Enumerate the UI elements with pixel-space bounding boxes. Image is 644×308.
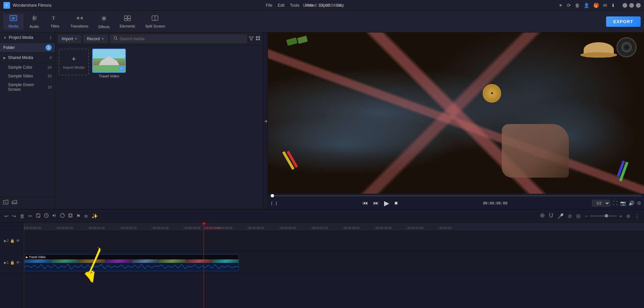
snapshot-icon[interactable]: 📷	[620, 200, 626, 206]
mic-button[interactable]: 🎤	[556, 212, 565, 220]
shared-media-label: Shared Media	[8, 55, 33, 60]
sample-video-item[interactable]: Sample Video 20	[0, 72, 55, 80]
time-display: 00:00:00:00	[483, 201, 507, 205]
minimize-button[interactable]	[623, 3, 627, 8]
redo-button[interactable]: ↪	[11, 212, 17, 220]
timeline-right-tools: 🎤 ⊘ ⊟ − + ⊜ ⋮	[539, 212, 641, 220]
rewind-button[interactable]: ⏮	[362, 199, 369, 207]
sample-green-screen-item[interactable]: Sample Green Screen 10	[0, 80, 55, 94]
menu-edit[interactable]: Edit	[278, 3, 285, 8]
settings-icon[interactable]: ⚙	[637, 200, 641, 206]
toolbar-transitions[interactable]: Transitions	[66, 14, 93, 29]
trash-icon[interactable]: 🗑	[575, 3, 580, 8]
grid-view-icon[interactable]	[256, 36, 260, 42]
track-1-eye-icon[interactable]: 👁	[16, 260, 20, 264]
record-dropdown[interactable]: Record ▼	[83, 35, 108, 43]
shared-media-header[interactable]: ▶ Shared Media 0	[0, 53, 55, 63]
track-2-area[interactable]	[24, 230, 644, 252]
fullscreen-icon[interactable]: ⛶	[613, 200, 618, 206]
media-thumbnail[interactable]: ⊡ ✓	[92, 49, 126, 73]
split-audio-button[interactable]: ≋	[83, 212, 89, 220]
gift-icon[interactable]: 🎁	[593, 3, 599, 8]
export-button[interactable]: EXPORT	[606, 16, 641, 27]
svg-text:F: F	[6, 4, 8, 7]
timeline-toolbar: ↩ ↪ 🗑 ✂ ⚑ ≋ ✨	[0, 210, 644, 223]
folder-item[interactable]: Folder 1	[0, 43, 55, 53]
cut-button[interactable]: ✂	[27, 212, 34, 220]
transitions-toolbar-icon	[76, 15, 83, 23]
crop-button[interactable]	[35, 212, 42, 220]
track-2-label: ▶2	[4, 239, 9, 243]
panel-collapse-button[interactable]: ◀	[263, 33, 268, 209]
toolbar-elements[interactable]: Elements	[115, 14, 140, 29]
frame-4	[105, 259, 132, 263]
sample-color-item[interactable]: Sample Color 24	[0, 63, 55, 72]
app-title: Wondershare Filmora	[13, 3, 51, 8]
toolbar-audio[interactable]: Audio	[24, 13, 44, 30]
media-toolbar-icon	[10, 15, 17, 23]
more-options-button[interactable]: ⋮	[634, 212, 641, 220]
zoom-slider-thumb[interactable]	[605, 214, 608, 218]
import-media-button[interactable]: + Import Media	[59, 49, 89, 75]
project-media-header[interactable]: ▼ Project Media 1	[0, 33, 55, 43]
maximize-button[interactable]	[629, 3, 634, 8]
wifi-icon[interactable]: ⟳	[567, 3, 571, 8]
magnet-button[interactable]	[548, 212, 554, 220]
zoom-slider-track[interactable]	[590, 215, 617, 217]
filter-icon[interactable]	[249, 36, 254, 42]
ai-button[interactable]: ✨	[91, 212, 99, 220]
search-bar[interactable]	[110, 35, 247, 43]
menu-tools[interactable]: Tools	[290, 3, 300, 8]
sun-icon[interactable]: ☀	[558, 3, 563, 8]
mail-icon[interactable]: ✉	[603, 3, 607, 8]
transform-button[interactable]	[67, 212, 74, 220]
play-button[interactable]: ▶	[383, 198, 390, 208]
close-button[interactable]	[636, 3, 641, 8]
undo-button[interactable]: ↩	[3, 212, 10, 220]
delete-button[interactable]: 🗑	[19, 212, 26, 220]
playhead[interactable]	[204, 223, 204, 308]
color-grading-button[interactable]	[59, 212, 66, 220]
open-folder-icon[interactable]	[11, 199, 17, 206]
clip-frames	[24, 259, 238, 263]
menu-file[interactable]: File	[266, 3, 272, 8]
toolbar-audio-label: Audio	[30, 24, 39, 28]
menu-corner-icon[interactable]: ⊡	[121, 50, 124, 55]
toolbar-media[interactable]: Media	[3, 14, 23, 29]
track-1-area[interactable]: ▶ Travel Video	[24, 252, 644, 273]
toolbar-effects[interactable]: Effects	[94, 13, 114, 30]
track-2-lock-icon[interactable]: 🔒	[10, 239, 15, 243]
fit-to-window-button[interactable]: ⊜	[625, 212, 632, 220]
frame-2	[51, 259, 78, 263]
volume-icon[interactable]: 🔊	[629, 200, 634, 206]
track-1-lock-icon[interactable]: 🔒	[10, 260, 15, 265]
sample-video-label: Sample Video	[8, 74, 33, 78]
video-clip[interactable]: ▶ Travel Video	[24, 254, 239, 271]
preview-progress-bar[interactable]	[271, 195, 641, 196]
render-button[interactable]	[539, 212, 546, 220]
project-media-count: 1	[50, 36, 52, 40]
marker-button[interactable]: ⚑	[75, 212, 82, 220]
step-back-button[interactable]: ⏭	[373, 199, 379, 207]
add-folder-icon[interactable]	[3, 199, 9, 206]
timeline-ruler: 00:00:00:00 00:00:00:25 00:00:01:20 00:0…	[24, 223, 644, 230]
audio-button[interactable]	[51, 212, 58, 220]
timeline-tracks[interactable]: 00:00:00:00 00:00:00:25 00:00:01:20 00:0…	[24, 223, 644, 308]
zoom-out-button[interactable]: −	[584, 212, 589, 220]
search-input[interactable]	[120, 37, 243, 41]
toolbar-titles[interactable]: T Titles	[45, 14, 65, 29]
frame-3	[78, 259, 105, 263]
svg-rect-23	[37, 214, 40, 217]
voice-button[interactable]: ⊘	[567, 212, 573, 220]
split2-button[interactable]: ⊟	[575, 212, 582, 220]
track-2-eye-icon[interactable]: 👁	[16, 239, 20, 243]
download-icon[interactable]: ⬇	[611, 3, 615, 8]
stop-button[interactable]: ■	[394, 199, 398, 207]
user-icon[interactable]: 👤	[584, 3, 589, 8]
import-dropdown[interactable]: Import ▼	[58, 35, 81, 43]
toolbar-split-screen[interactable]: Split Screen	[141, 14, 170, 29]
speed-button[interactable]	[43, 212, 50, 220]
media-item-travel-video[interactable]: ⊡ ✓ Travel Video	[92, 49, 126, 78]
zoom-in-button[interactable]: +	[618, 212, 623, 220]
ratio-selector[interactable]: 1/2 1/1 1/4	[592, 200, 610, 206]
